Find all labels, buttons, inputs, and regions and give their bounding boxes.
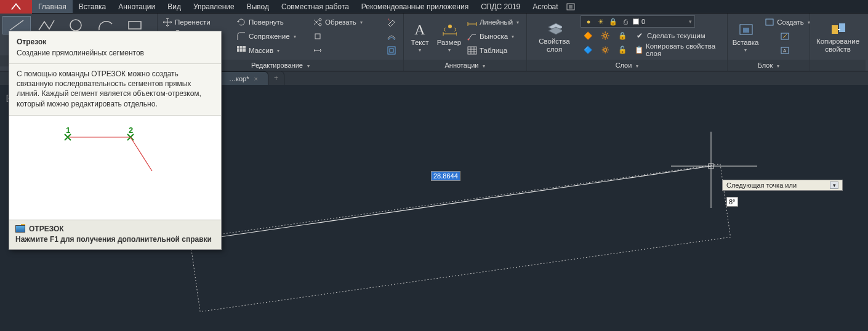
svg-rect-21 [243,49,246,52]
close-icon[interactable]: × [254,75,257,82]
create-icon [765,17,774,27]
btn-stretch[interactable] [310,44,384,57]
tab-manage[interactable]: Управление [187,0,241,13]
svg-point-24 [448,25,452,28]
btn-explode[interactable] [310,30,384,43]
command-tooltip: Отрезок Создание прямолинейных сегментов… [9,31,222,250]
btn-laystate-1[interactable]: 🔶 [581,29,595,42]
svg-rect-13 [315,34,320,39]
svg-rect-3 [129,22,141,29]
layers-icon [547,22,562,36]
panel-matchprops: Копирование свойств [810,14,866,71]
svg-rect-33 [832,25,838,34]
svg-point-10 [319,23,321,26]
dynamic-prompt-menu-icon[interactable]: ▾ [830,181,838,189]
btn-dim-label: Размер [437,39,462,46]
command-icon [15,225,25,233]
btn-offset[interactable] [384,30,399,43]
btn-lay-5[interactable]: 🔒 [615,29,630,42]
table-icon [467,46,477,55]
layer-color-icon [633,18,639,25]
btn-trim[interactable]: Обрезать [310,15,384,29]
btn-match-props[interactable]: Копирование свойств [813,15,863,60]
menu-bar: Главная Вставка Аннотации Вид Управление… [0,0,868,14]
btn-layerprops-label: Свойства слоя [533,38,576,53]
btn-laystate-2[interactable]: 🔷 [581,43,595,57]
ribbon-more-icon[interactable] [565,0,577,13]
btn-text-label: Текст [411,39,429,46]
btn-table-label: Таблица [480,47,507,54]
btn-leader[interactable]: Выноска [465,30,524,43]
text-icon: A [412,23,427,38]
btn-insert-block[interactable]: Вставка ▾ [730,15,761,60]
tooltip-footer-text: Нажмите F1 для получения дополнительной … [15,235,215,244]
svg-rect-17 [240,46,243,49]
layer-combo[interactable]: ● ☀ 🔒 ⎙ 0 ▾ [581,15,695,28]
svg-rect-26 [468,47,476,54]
btn-dimension[interactable]: Размер ▾ [435,15,464,60]
btn-array[interactable]: Массив [234,44,310,57]
doc-tab-0[interactable]: …кор* × [222,71,268,85]
panel-layers: Свойства слоя ● ☀ 🔒 ⎙ 0 ▾ 🔶 🔷 [527,14,728,71]
offset-icon [387,31,396,41]
btn-move[interactable]: Перенести [160,15,234,29]
btn-table[interactable]: Таблица [465,44,524,57]
svg-rect-16 [237,46,239,49]
tab-insert[interactable]: Вставка [73,0,113,13]
trim-icon [313,17,323,27]
app-menu-button[interactable] [0,0,32,14]
lay3-icon: 🔆 [600,31,610,41]
dynamic-distance-input[interactable]: 28.8644 [431,171,460,181]
btn-linear-label: Линейный [480,18,513,26]
tab-spds[interactable]: СПДС 2019 [475,0,526,13]
tab-home[interactable]: Главная [32,0,73,13]
btn-create-block[interactable]: Создать [762,15,807,29]
btn-make-current[interactable]: ✔ Сделать текущим [632,29,725,42]
tab-annotate[interactable]: Аннотации [112,0,161,13]
btn-fillet-label: Сопряжение [249,33,290,40]
dynamic-angle-input[interactable]: 8° [726,197,738,207]
btn-fillet[interactable]: Сопряжение [234,30,310,43]
leader-icon [467,31,477,41]
btn-lay-4[interactable]: 🔅 [598,43,613,57]
tab-collab[interactable]: Совместная работа [275,0,355,13]
tab-view[interactable]: Вид [161,0,187,13]
btn-insert-label: Вставка [733,39,759,46]
btn-edit-block[interactable] [762,30,807,43]
copylay-icon: 📋 [635,45,643,55]
btn-erase[interactable] [384,15,399,29]
move-icon [163,17,172,27]
dynamic-prompt: Следующая точка или ▾ [722,180,843,191]
panel-layers-title[interactable]: Слои [527,60,727,71]
doc-new-tab[interactable]: + [268,71,284,85]
tab-output[interactable]: Вывод [241,0,275,13]
btn-layer-props[interactable]: Свойства слоя [529,15,579,60]
lay5-icon: 🔒 [617,31,627,41]
rotate-icon [236,17,246,27]
btn-linear[interactable]: Линейный [465,15,524,29]
svg-text:A: A [783,48,787,54]
chevron-down-icon: ▾ [689,18,692,25]
panel-annot-title[interactable]: Аннотации [404,60,526,71]
btn-rotate[interactable]: Повернуть [234,15,310,29]
btn-matchprops-label: Копирование свойств [816,38,859,53]
btn-lay-3[interactable]: 🔆 [598,29,613,42]
tab-featured[interactable]: Рекомендованные приложения [355,0,475,13]
tab-acrobat[interactable]: Acrobat [526,0,564,13]
matchprops-icon [830,22,845,36]
tooltip-illustration: 1 2 [9,115,221,220]
svg-rect-28 [743,28,749,33]
btn-lay-6[interactable]: 🔓 [615,43,630,57]
btn-modify-more[interactable] [384,44,399,57]
tooltip-cmd: ОТРЕЗОК [29,225,64,233]
dim-icon [442,23,457,38]
tooltip-subtitle: Создание прямолинейных сегментов [9,49,221,63]
erase-icon [387,17,396,27]
btn-attr-block[interactable]: A [762,44,807,57]
btn-makecur-label: Сделать текущим [647,32,705,39]
svg-rect-34 [839,23,845,32]
btn-copy-layer-props[interactable]: 📋 Копировать свойства слоя [632,43,725,57]
more-icon [387,46,396,55]
panel-block-title[interactable]: Блок [728,60,810,71]
btn-text[interactable]: A Текст ▾ [406,15,433,60]
